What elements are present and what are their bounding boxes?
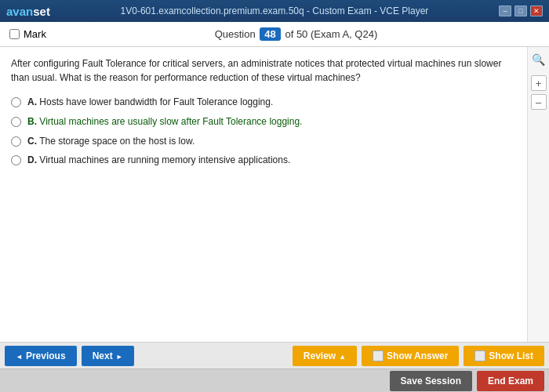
question-label: Question <box>215 28 256 40</box>
radio-b[interactable] <box>11 117 21 127</box>
question-area: After configuring Fault Tolerance for cr… <box>0 47 527 342</box>
answer-text-a: Hosts have lower bandwidth for Fault Tol… <box>39 96 273 107</box>
next-arrow-icon <box>116 350 123 361</box>
logo: avanset <box>6 5 50 18</box>
save-session-label: Save Session <box>401 376 461 387</box>
previous-button[interactable]: Previous <box>5 346 77 366</box>
show-answer-label: Show Answer <box>387 350 448 361</box>
answer-text-d: Virtual machines are running memory inte… <box>39 154 290 165</box>
nav-bar-primary: Previous Next Review Show Answer Show Li… <box>0 342 549 368</box>
show-answer-icon <box>373 350 384 361</box>
logo-avan: avan <box>6 5 33 18</box>
mark-input[interactable] <box>9 29 20 39</box>
next-label: Next <box>93 350 113 361</box>
question-text: After configuring Fault Tolerance for cr… <box>11 56 516 85</box>
answer-option-c[interactable]: C. The storage space on the host is low. <box>11 135 516 148</box>
radio-a[interactable] <box>11 97 21 107</box>
answer-option-a[interactable]: A. Hosts have lower bandwidth for Fault … <box>11 96 516 109</box>
question-of-label: of 50 (Exam A, Q24) <box>285 28 377 40</box>
end-exam-label: End Exam <box>488 376 533 387</box>
main-content: After configuring Fault Tolerance for cr… <box>0 47 549 342</box>
zoom-in-button[interactable]: + <box>531 75 547 91</box>
question-number-area: Question 48 of 50 (Exam A, Q24) <box>53 27 540 41</box>
answer-letter-a: A. <box>27 96 37 107</box>
answer-label-d: D. Virtual machines are running memory i… <box>27 154 290 167</box>
review-label: Review <box>304 350 336 361</box>
radio-c[interactable] <box>11 136 21 147</box>
review-arrow-icon <box>339 350 346 361</box>
review-button[interactable]: Review <box>293 346 357 366</box>
answer-text-b: Virtual machines are usually slow after … <box>39 116 302 127</box>
answer-label-b: B. Virtual machines are usually slow aft… <box>27 115 302 129</box>
previous-label: Previous <box>26 350 66 361</box>
answer-letter-c: C. <box>27 136 37 147</box>
answer-text-c: The storage space on the host is low. <box>39 136 195 147</box>
show-list-label: Show List <box>489 350 533 361</box>
answer-label-c: C. The storage space on the host is low. <box>27 135 195 148</box>
window-controls: – □ ✕ <box>499 5 543 16</box>
search-icon[interactable]: 🔍 <box>532 53 545 66</box>
radio-d[interactable] <box>11 155 21 165</box>
end-exam-button[interactable]: End Exam <box>477 371 544 391</box>
nav-bar-secondary: Save Session End Exam <box>0 368 549 392</box>
save-session-button[interactable]: Save Session <box>390 371 472 391</box>
show-answer-button[interactable]: Show Answer <box>362 346 459 366</box>
answer-letter-b: B. <box>27 116 37 127</box>
answer-option-b[interactable]: B. Virtual machines are usually slow aft… <box>11 115 516 129</box>
mark-label: Mark <box>24 28 46 40</box>
zoom-out-button[interactable]: – <box>531 94 547 110</box>
logo-set: set <box>33 5 50 18</box>
next-button[interactable]: Next <box>82 346 134 366</box>
title-bar: avanset 1V0-601.examcollection.premium.e… <box>0 0 549 22</box>
sidebar-tools: 🔍 + – <box>527 47 549 342</box>
prev-arrow-icon <box>16 350 23 361</box>
answer-option-d[interactable]: D. Virtual machines are running memory i… <box>11 154 516 167</box>
answer-letter-d: D. <box>27 154 37 165</box>
mark-checkbox[interactable]: Mark <box>9 28 46 40</box>
maximize-button[interactable]: □ <box>514 5 527 16</box>
question-number-badge: 48 <box>260 27 280 41</box>
question-header: Mark Question 48 of 50 (Exam A, Q24) <box>0 22 549 47</box>
show-list-button[interactable]: Show List <box>464 346 544 366</box>
logo-text: avanset <box>6 5 50 18</box>
window-title: 1V0-601.examcollection.premium.exam.50q … <box>50 5 499 16</box>
minimize-button[interactable]: – <box>499 5 511 16</box>
show-list-icon <box>474 350 485 361</box>
close-button[interactable]: ✕ <box>530 5 543 16</box>
answer-label-a: A. Hosts have lower bandwidth for Fault … <box>27 96 273 109</box>
